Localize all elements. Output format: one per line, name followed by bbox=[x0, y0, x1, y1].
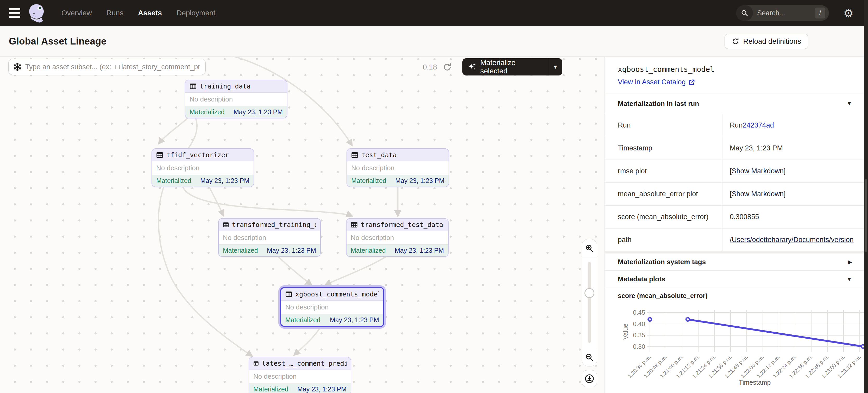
page-title: Global Asset Lineage bbox=[9, 36, 106, 47]
nav-item-runs[interactable]: Runs bbox=[106, 9, 123, 17]
asset-node-test-data[interactable]: test_data No description Materialized Ma… bbox=[346, 149, 449, 187]
table-icon bbox=[351, 221, 358, 228]
refresh-icon[interactable] bbox=[442, 62, 452, 72]
dagster-global-asset-lineage: Overview Runs Assets Deployment Search..… bbox=[0, 0, 868, 393]
materialize-dropdown-caret[interactable]: ▼ bbox=[548, 64, 562, 70]
asset-node-transformed-test-data[interactable]: transformed_test_data No description Mat… bbox=[346, 218, 448, 257]
asset-name: xgboost_comments_model bbox=[295, 290, 379, 298]
table-icon bbox=[156, 152, 163, 159]
asset-timestamp: May 23, 1:23 PM bbox=[395, 247, 444, 254]
path-link[interactable]: /Users/odetteharary/Documents/version bbox=[730, 236, 854, 244]
asset-description: No description bbox=[347, 161, 448, 175]
reload-icon bbox=[732, 37, 739, 45]
zoom-slider-handle[interactable] bbox=[585, 288, 594, 298]
view-in-asset-catalog-link[interactable]: View in Asset Catalog bbox=[618, 78, 695, 86]
asset-status: Materialized bbox=[285, 316, 320, 324]
primary-nav: Overview Runs Assets Deployment bbox=[61, 9, 215, 17]
asset-timestamp: May 23, 1:23 PM bbox=[234, 108, 283, 116]
asset-timestamp: May 23, 1:23 PM bbox=[267, 247, 316, 254]
zoom-slider-track[interactable] bbox=[588, 262, 591, 343]
svg-text:Value: Value bbox=[622, 324, 629, 340]
chevron-down-icon[interactable]: ▼ bbox=[846, 100, 852, 107]
table-row-score: score (mean_absolute_error) 0.300855 bbox=[605, 206, 864, 229]
refresh-timer: 0:18 bbox=[423, 63, 437, 71]
table-row-path: path /Users/odetteharary/Documents/versi… bbox=[605, 229, 864, 252]
svg-text:0.35: 0.35 bbox=[633, 332, 645, 338]
svg-text:Timestamp: Timestamp bbox=[739, 379, 771, 386]
asset-description: No description bbox=[249, 370, 351, 383]
asset-description: No description bbox=[281, 301, 383, 314]
asset-name: tfidf_vectorizer bbox=[166, 151, 229, 159]
zoom-controls bbox=[582, 239, 597, 366]
asset-status: Materialized bbox=[351, 177, 386, 185]
asset-status: Materialized bbox=[223, 247, 258, 254]
asset-name: test_data bbox=[361, 151, 397, 159]
asset-timestamp: May 23, 1:23 PM bbox=[200, 177, 249, 185]
op-selector-icon bbox=[13, 63, 22, 71]
asset-name: transformed_test_data bbox=[361, 221, 443, 229]
section-materialization-in-last-run[interactable]: Materialization in last run ▼ bbox=[605, 93, 864, 114]
show-markdown-link[interactable]: [Show Markdown] bbox=[730, 167, 786, 175]
asset-status: Materialized bbox=[253, 386, 288, 393]
search-icon bbox=[736, 5, 753, 21]
filter-placeholder: Type an asset subset... (ex: ++latest_st… bbox=[25, 63, 206, 71]
nav-item-assets[interactable]: Assets bbox=[138, 9, 162, 17]
asset-node-tfidf-vectorizer[interactable]: tfidf_vectorizer No description Material… bbox=[152, 149, 254, 187]
settings-gear-icon[interactable]: ⚙ bbox=[839, 4, 858, 22]
asset-description: No description bbox=[219, 231, 320, 244]
materialize-selected-button[interactable]: Materialize selected ▼ bbox=[462, 58, 562, 75]
asset-timestamp: May 23, 1:23 PM bbox=[395, 177, 444, 185]
nav-item-overview[interactable]: Overview bbox=[61, 9, 92, 17]
show-markdown-link[interactable]: [Show Markdown] bbox=[730, 190, 786, 198]
download-image-button[interactable] bbox=[582, 370, 597, 387]
asset-node-training-data[interactable]: training_data No description Materialize… bbox=[185, 79, 287, 119]
asset-node-transformed-training-data[interactable]: transformed_training_data No description… bbox=[218, 218, 321, 257]
search-shortcut-badge: / bbox=[815, 7, 825, 19]
sidebar-asset-title: xgboost_comments_model bbox=[618, 65, 714, 74]
section-materialization-system-tags[interactable]: Materialization system tags ▶ bbox=[605, 254, 864, 271]
table-icon bbox=[285, 291, 292, 298]
table-icon bbox=[253, 360, 259, 367]
zoom-in-button[interactable] bbox=[582, 239, 597, 257]
table-icon bbox=[351, 152, 358, 159]
section-divider bbox=[605, 252, 864, 254]
asset-description: No description bbox=[152, 161, 254, 175]
asset-name: training_data bbox=[200, 83, 251, 90]
asset-status: Materialized bbox=[156, 177, 191, 185]
reload-definitions-button[interactable]: Reload definitions bbox=[724, 34, 808, 49]
table-icon bbox=[189, 83, 196, 90]
asset-timestamp: May 23, 1:23 PM bbox=[330, 316, 379, 324]
asset-status: Materialized bbox=[189, 108, 225, 116]
asset-node-xgboost-comments-model[interactable]: xgboost_comments_model No description Ma… bbox=[280, 287, 384, 327]
top-nav: Overview Runs Assets Deployment Search..… bbox=[0, 0, 868, 26]
asset-details-sidebar: xgboost_comments_model View in Asset Cat… bbox=[604, 57, 864, 393]
nav-item-deployment[interactable]: Deployment bbox=[177, 9, 215, 17]
svg-text:0.45: 0.45 bbox=[633, 309, 645, 316]
hamburger-menu-icon[interactable] bbox=[9, 8, 20, 18]
asset-subset-filter-input[interactable]: Type an asset subset... (ex: ++latest_st… bbox=[8, 59, 206, 75]
scrollbar-thumb[interactable] bbox=[865, 179, 867, 252]
score-line-chart: 0.450.400.350.30Value1:20:36 p.m.1:20:48… bbox=[605, 301, 864, 393]
chevron-down-icon[interactable]: ▼ bbox=[846, 276, 852, 283]
asset-name: transformed_training_data bbox=[232, 221, 316, 229]
run-id-link[interactable]: 242374ad bbox=[743, 121, 774, 129]
external-link-icon bbox=[688, 79, 695, 86]
svg-text:0.40: 0.40 bbox=[633, 320, 645, 327]
metadata-plot-title: score (mean_absolute_error) bbox=[618, 292, 708, 300]
asset-node-latest-comment-predictions[interactable]: latest_…_comment_predictions No descript… bbox=[249, 357, 351, 393]
zoom-slider[interactable] bbox=[582, 257, 597, 348]
window-edge-strip bbox=[864, 57, 868, 393]
table-row-timestamp: Timestamp May 23, 1:23 PM bbox=[605, 137, 864, 160]
zoom-out-button[interactable] bbox=[582, 348, 597, 366]
dagster-logo[interactable] bbox=[28, 3, 46, 23]
table-row-rmse-plot: rmse plot [Show Markdown] bbox=[605, 160, 864, 183]
asset-lineage-graph[interactable]: training_data No description Materialize… bbox=[0, 57, 604, 393]
table-row-mae-plot: mean_absolute_error plot [Show Markdown] bbox=[605, 183, 864, 206]
section-metadata-plots[interactable]: Metadata plots ▼ bbox=[605, 271, 864, 288]
metadata-table: Run Run 242374ad Timestamp May 23, 1:23 … bbox=[605, 114, 864, 252]
global-search-input[interactable]: Search... / bbox=[736, 5, 829, 21]
asset-status: Materialized bbox=[351, 247, 386, 254]
table-icon bbox=[223, 221, 229, 228]
chevron-right-icon[interactable]: ▶ bbox=[848, 259, 852, 265]
asset-timestamp: May 23, 1:23 PM bbox=[297, 386, 346, 393]
